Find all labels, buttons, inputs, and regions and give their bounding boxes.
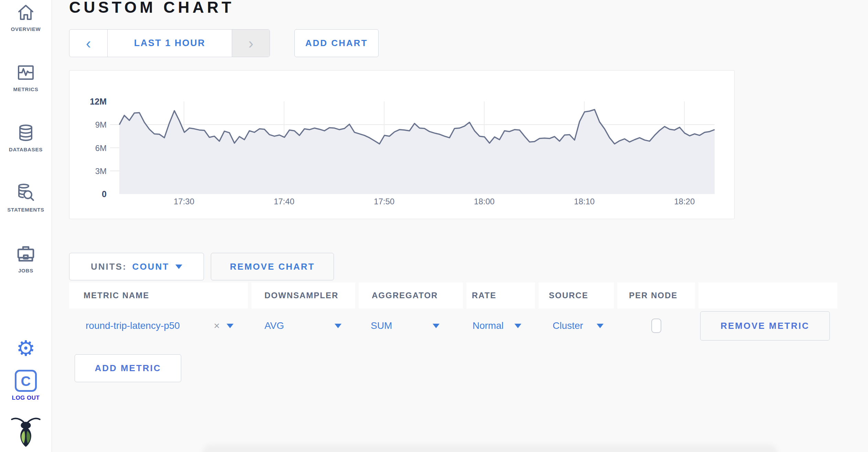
database-icon	[17, 124, 35, 142]
units-dropdown[interactable]: UNITS: COUNT	[69, 253, 204, 280]
gear-icon[interactable]: ⚙	[0, 338, 52, 359]
col-source: SOURCE	[539, 282, 614, 309]
sidebar-item-statements[interactable]: STATEMENTS	[0, 183, 52, 213]
svg-text:0: 0	[102, 189, 107, 199]
chevron-down-icon	[175, 265, 182, 269]
chevron-down-icon[interactable]	[433, 324, 440, 328]
metric-name-value[interactable]: round-trip-latency-p50	[86, 320, 180, 331]
sidebar-item-databases[interactable]: DATABASES	[0, 124, 52, 152]
add-metric-button[interactable]: ADD METRIC	[75, 354, 181, 382]
remove-chart-button[interactable]: REMOVE CHART	[211, 253, 334, 280]
clear-metric-icon[interactable]: ×	[214, 320, 220, 332]
chevron-down-icon[interactable]	[514, 324, 521, 328]
col-metric-name: METRIC NAME	[69, 282, 248, 309]
svg-text:9M: 9M	[95, 120, 107, 129]
sidebar-item-label: METRICS	[0, 86, 52, 92]
rate-cell: Normal	[466, 309, 535, 343]
svg-text:3M: 3M	[95, 166, 107, 176]
downsampler-select[interactable]: AVG	[264, 320, 284, 331]
logout-button[interactable]: C LOG OUT	[0, 370, 52, 401]
metric-row: round-trip-latency-p50 × AVG SUM Normal …	[69, 309, 698, 343]
remove-metric-button[interactable]: REMOVE METRIC	[700, 311, 830, 341]
col-rate: RATE	[466, 282, 535, 309]
logout-label: LOG OUT	[0, 395, 52, 401]
rate-select[interactable]: Normal	[473, 320, 503, 331]
downsampler-cell: AVG	[251, 309, 355, 343]
time-series-chart: 12M9M6M3M017:3017:4017:5018:0018:1018:20	[69, 70, 735, 219]
chevron-down-icon[interactable]	[335, 324, 341, 328]
statements-icon	[16, 183, 35, 202]
col-aggregator: AGGREGATOR	[359, 282, 463, 309]
time-range-picker: ‹ LAST 1 HOUR ›	[69, 29, 270, 57]
sidebar-item-label: STATEMENTS	[0, 207, 52, 213]
home-icon	[17, 3, 35, 21]
metrics-icon	[17, 64, 35, 82]
svg-text:17:40: 17:40	[274, 197, 294, 206]
sidebar-item-label: DATABASES	[0, 147, 52, 152]
svg-text:18:00: 18:00	[474, 197, 495, 206]
add-chart-button[interactable]: ADD CHART	[294, 29, 379, 57]
sidebar: OVERVIEW METRICS DATABASES	[0, 0, 52, 452]
units-value: COUNT	[132, 261, 169, 272]
svg-text:17:30: 17:30	[174, 197, 194, 206]
col-per-node: PER NODE	[617, 282, 695, 309]
aggregator-select[interactable]: SUM	[371, 320, 392, 331]
cockroach-bug-logo	[0, 415, 52, 449]
time-range-prev-button[interactable]: ‹	[69, 30, 108, 57]
page-title: CUSTOM CHART	[69, 0, 234, 17]
per-node-cell	[617, 309, 695, 343]
svg-text:12M: 12M	[90, 97, 107, 106]
source-select[interactable]: Cluster	[553, 320, 583, 331]
sidebar-item-label: JOBS	[0, 268, 52, 273]
per-node-checkbox[interactable]	[651, 319, 661, 333]
svg-text:18:10: 18:10	[574, 197, 595, 206]
metric-dropdown-caret-icon[interactable]	[227, 324, 234, 328]
metric-name-cell: round-trip-latency-p50 ×	[69, 309, 248, 343]
svg-text:17:50: 17:50	[374, 197, 394, 206]
col-downsampler: DOWNSAMPLER	[251, 282, 355, 309]
sidebar-item-jobs[interactable]: JOBS	[0, 245, 52, 273]
time-range-label[interactable]: LAST 1 HOUR	[108, 30, 232, 57]
source-cell: Cluster	[539, 309, 614, 343]
sidebar-item-label: OVERVIEW	[0, 26, 52, 32]
aggregator-cell: SUM	[359, 309, 463, 343]
chevron-down-icon[interactable]	[597, 324, 604, 328]
cockroach-c-logo: C	[15, 370, 37, 392]
svg-text:18:20: 18:20	[674, 197, 695, 206]
bottom-shadow	[203, 444, 777, 452]
jobs-icon	[17, 245, 35, 263]
time-range-next-button[interactable]: ›	[232, 30, 270, 57]
chart-canvas: 12M9M6M3M017:3017:4017:5018:0018:1018:20	[69, 71, 735, 219]
metrics-table-header: METRIC NAME DOWNSAMPLER AGGREGATOR RATE …	[69, 282, 837, 309]
units-label: UNITS:	[91, 261, 127, 272]
sidebar-item-metrics[interactable]: METRICS	[0, 64, 52, 92]
col-actions	[698, 282, 837, 309]
sidebar-item-overview[interactable]: OVERVIEW	[0, 3, 52, 32]
svg-text:6M: 6M	[95, 143, 107, 153]
